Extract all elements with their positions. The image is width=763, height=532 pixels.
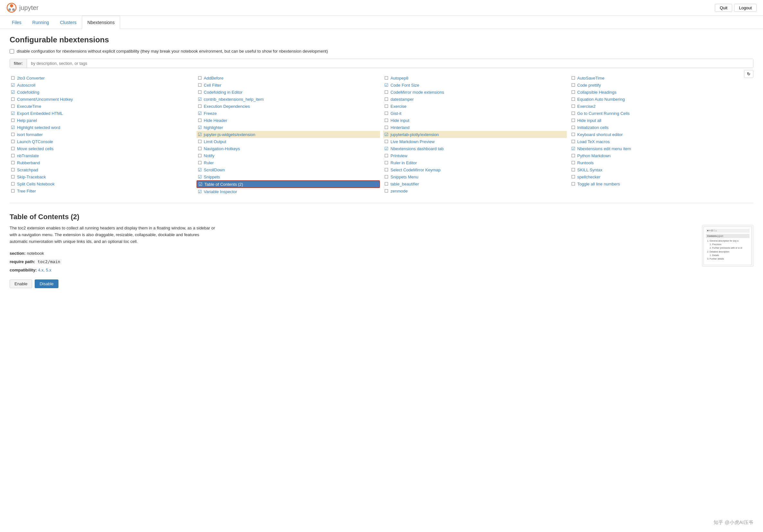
- ext-launchqt[interactable]: Launch QTConsole: [10, 138, 193, 145]
- ext-datestamper[interactable]: datestamper: [383, 96, 567, 103]
- ext-loadtex[interactable]: Load TeX macros: [570, 138, 754, 145]
- ext-datestamper-link[interactable]: datestamper: [390, 97, 414, 102]
- tab-clusters[interactable]: Clusters: [54, 16, 82, 29]
- ext-jupyterwidgets[interactable]: jupyter-js-widgets/extension: [196, 131, 380, 138]
- ext-toc2[interactable]: Table of Contents (2): [196, 180, 380, 188]
- ext-collapsibleheadings[interactable]: Collapsible Headings: [570, 89, 754, 96]
- ext-execdeps[interactable]: Execution Dependencies: [196, 103, 380, 110]
- ext-scrolldown-link[interactable]: ScrollDown: [204, 167, 225, 172]
- ext-codemirrormode-link[interactable]: CodeMirror mode extensions: [390, 90, 444, 95]
- ext-scratchpad[interactable]: Scratchpad: [10, 166, 193, 173]
- ext-nbtranslate[interactable]: nbTranslate: [10, 152, 193, 159]
- ext-initcells[interactable]: Initialization cells: [570, 124, 754, 131]
- ext-kbshortcut[interactable]: Keyboard shortcut editor: [570, 131, 754, 138]
- ext-hideinput[interactable]: Hide input: [383, 117, 567, 124]
- ext-autopep8-link[interactable]: Autopep8: [390, 76, 408, 81]
- ext-gotocurrent[interactable]: Go to Current Running Cells: [570, 110, 754, 117]
- ext-ruler-link[interactable]: Ruler: [204, 160, 214, 165]
- ext-codefontsize[interactable]: Code Font Size: [383, 81, 567, 89]
- ext-2to3-link[interactable]: 2to3 Converter: [17, 76, 45, 81]
- ext-snippetsmenu[interactable]: Snippets Menu: [383, 173, 567, 180]
- ext-isort-link[interactable]: isort formatter: [17, 132, 43, 137]
- tab-files[interactable]: Files: [6, 16, 27, 29]
- ext-jupyterplotly-link[interactable]: jupyterlab-plotly/extension: [390, 132, 439, 137]
- ext-spellchecker[interactable]: spellchecker: [570, 173, 754, 180]
- ext-addbefore-link[interactable]: AddBefore: [204, 76, 224, 81]
- refresh-button[interactable]: ↻: [744, 70, 753, 78]
- ext-codefolding[interactable]: Codefolding: [10, 89, 193, 96]
- ext-autosavetime-link[interactable]: AutoSaveTime: [577, 76, 605, 81]
- ext-contribnbext[interactable]: contrib_nbextensions_help_item: [196, 96, 380, 103]
- ext-nbexttab-link[interactable]: Nbextensions dashboard tab: [390, 146, 444, 151]
- ext-movecells[interactable]: Move selected cells: [10, 145, 193, 152]
- ext-treefilter-link[interactable]: Tree Filter: [17, 189, 36, 194]
- ext-autopep8[interactable]: Autopep8: [383, 74, 567, 81]
- ext-cellfilter-link[interactable]: Cell Filter: [204, 83, 222, 88]
- ext-skiptraceback[interactable]: Skip-Traceback: [10, 173, 193, 180]
- ext-scrolldown[interactable]: ScrollDown: [196, 166, 380, 173]
- ext-ruler[interactable]: Ruler: [196, 159, 380, 166]
- ext-collapsibleheadings-link[interactable]: Collapsible Headings: [577, 90, 616, 95]
- ext-navhotkeys-link[interactable]: Navigation-Hotkeys: [204, 146, 240, 151]
- ext-tablebeautifier-link[interactable]: table_beautifier: [390, 182, 419, 186]
- ext-executetime-link[interactable]: ExecuteTime: [17, 104, 41, 109]
- ext-helppanel-link[interactable]: Help panel: [17, 118, 37, 123]
- ext-printview[interactable]: Printview: [383, 152, 567, 159]
- ext-printview-link[interactable]: Printview: [390, 153, 407, 158]
- ext-rubberband[interactable]: Rubberband: [10, 159, 193, 166]
- ext-nbtranslate-link[interactable]: nbTranslate: [17, 153, 39, 158]
- ext-hinterland-link[interactable]: Hinterland: [390, 125, 409, 130]
- ext-helppanel[interactable]: Help panel: [10, 117, 193, 124]
- ext-selectcodemirror[interactable]: Select CodeMirror Keymap: [383, 166, 567, 173]
- ext-exporthtml[interactable]: Export Embedded HTML: [10, 110, 193, 117]
- ext-comment[interactable]: Comment/Uncomment Hotkey: [10, 96, 193, 103]
- ext-jupyterwidgets-link[interactable]: jupyter-js-widgets/extension: [204, 132, 255, 137]
- ext-rulereditor-link[interactable]: Ruler in Editor: [390, 160, 417, 165]
- ext-exercise-link[interactable]: Exercise: [390, 104, 406, 109]
- ext-isort[interactable]: isort formatter: [10, 131, 193, 138]
- ext-codefoldingeditor[interactable]: Codefolding in Editor: [196, 89, 380, 96]
- ext-limitoutput[interactable]: Limit Output: [196, 138, 380, 145]
- ext-codemirrormode[interactable]: CodeMirror mode extensions: [383, 89, 567, 96]
- ext-movecells-link[interactable]: Move selected cells: [17, 146, 53, 151]
- ext-limitoutput-link[interactable]: Limit Output: [204, 139, 226, 144]
- ext-highlightword[interactable]: Highlight selected word: [10, 124, 193, 131]
- ext-gotocurrent-link[interactable]: Go to Current Running Cells: [577, 111, 630, 116]
- ext-freeze-link[interactable]: Freeze: [204, 111, 217, 116]
- ext-exercise[interactable]: Exercise: [383, 103, 567, 110]
- tab-nbextensions[interactable]: Nbextensions: [82, 16, 120, 29]
- ext-spellchecker-link[interactable]: spellchecker: [577, 175, 600, 179]
- logout-button[interactable]: Logout: [734, 4, 757, 12]
- tab-running[interactable]: Running: [27, 16, 54, 29]
- ext-comment-link[interactable]: Comment/Uncomment Hotkey: [17, 97, 73, 102]
- ext-skiptraceback-link[interactable]: Skip-Traceback: [17, 175, 46, 179]
- ext-codefoldingeditor-link[interactable]: Codefolding in Editor: [204, 90, 243, 95]
- ext-launchqt-link[interactable]: Launch QTConsole: [17, 139, 53, 144]
- ext-togglelinenumbers-link[interactable]: Toggle all line numbers: [577, 182, 620, 186]
- ext-snippetsmenu-link[interactable]: Snippets Menu: [390, 175, 418, 179]
- ext-jupyterplotly[interactable]: jupyterlab-plotly/extension: [383, 131, 567, 138]
- ext-togglelinenumbers[interactable]: Toggle all line numbers: [570, 180, 754, 187]
- ext-runtools[interactable]: Runtools: [570, 159, 754, 166]
- ext-splitcells[interactable]: Split Cells Notebook: [10, 180, 193, 187]
- ext-splitcells-link[interactable]: Split Cells Notebook: [17, 182, 54, 186]
- ext-highlighter-link[interactable]: highlighter: [204, 125, 223, 130]
- ext-hideinput-link[interactable]: Hide input: [390, 118, 409, 123]
- enable-button[interactable]: Enable: [10, 280, 32, 288]
- ext-snippets[interactable]: Snippets: [196, 173, 380, 180]
- ext-executetime[interactable]: ExecuteTime: [10, 103, 193, 110]
- ext-exercise2[interactable]: Exercise2: [570, 103, 754, 110]
- ext-runtools-link[interactable]: Runtools: [577, 160, 594, 165]
- ext-snippets-link[interactable]: Snippets: [204, 175, 220, 179]
- ext-skillsyntax-link[interactable]: SKILL Syntax: [577, 167, 602, 172]
- ext-notify[interactable]: Notify: [196, 152, 380, 159]
- ext-nbexteditmenu-link[interactable]: Nbextensions edit menu item: [577, 146, 631, 151]
- ext-rubberband-link[interactable]: Rubberband: [17, 160, 40, 165]
- ext-hideinputall-link[interactable]: Hide input all: [577, 118, 601, 123]
- ext-pythonmd-link[interactable]: Python Markdown: [577, 153, 611, 158]
- ext-gistit[interactable]: Gist-it: [383, 110, 567, 117]
- ext-initcells-link[interactable]: Initialization cells: [577, 125, 609, 130]
- ext-contribnbext-link[interactable]: contrib_nbextensions_help_item: [204, 97, 264, 102]
- ext-variabledisplay[interactable]: Variable Inspector: [196, 188, 380, 195]
- ext-equationauto-link[interactable]: Equation Auto Numbering: [577, 97, 625, 102]
